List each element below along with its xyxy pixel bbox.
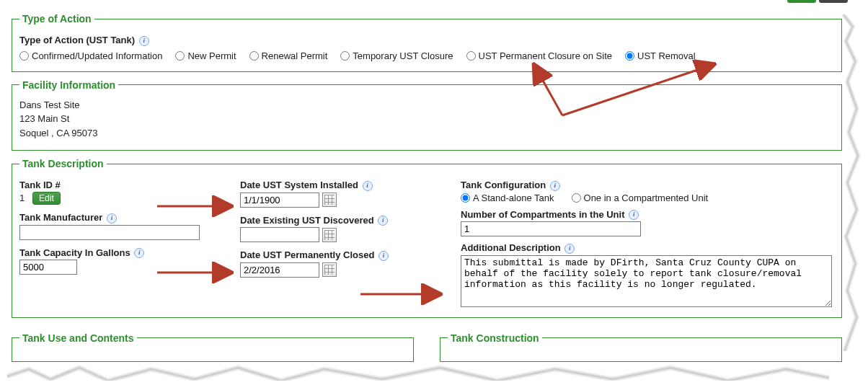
tank-use-contents-legend: Tank Use and Contents bbox=[19, 332, 137, 344]
radio-temporary-closure-input[interactable] bbox=[340, 51, 350, 61]
edit-button[interactable]: Edit bbox=[32, 192, 61, 205]
facility-street: 123 Main St bbox=[19, 112, 834, 126]
help-icon[interactable]: i bbox=[378, 251, 389, 261]
tank-construction-legend: Tank Construction bbox=[448, 332, 542, 344]
tank-capacity-input[interactable] bbox=[19, 260, 77, 275]
radio-confirmed-updated-input[interactable] bbox=[19, 51, 29, 61]
radio-ust-removal-input[interactable] bbox=[625, 51, 634, 61]
facility-name: Dans Test Site bbox=[19, 98, 834, 112]
radio-confirmed-updated[interactable]: Confirmed/Updated Information bbox=[19, 50, 162, 61]
radio-permanent-closure-input[interactable] bbox=[466, 51, 476, 61]
radio-permanent-closure[interactable]: UST Permanent Closure on Site bbox=[466, 50, 612, 61]
tank-description-section: Tank Description Tank ID # 1 Edit Tank M… bbox=[12, 158, 842, 318]
date-installed-label: Date UST System Installed i bbox=[240, 180, 435, 191]
radio-standalone-tank-input[interactable] bbox=[461, 193, 470, 203]
top-button-slivers bbox=[787, 0, 848, 3]
tank-manufacturer-input[interactable] bbox=[19, 225, 200, 240]
facility-information-legend: Facility Information bbox=[19, 79, 118, 91]
calendar-icon[interactable] bbox=[322, 192, 337, 207]
tank-capacity-label: Tank Capacity In Gallons i bbox=[19, 247, 214, 259]
torn-edge-right bbox=[841, 14, 861, 351]
radio-ust-removal[interactable]: UST Removal bbox=[625, 50, 696, 61]
date-closed-label: Date UST Permanently Closed i bbox=[240, 249, 435, 261]
facility-city-state-zip: Soquel , CA 95073 bbox=[19, 126, 834, 141]
date-closed-input[interactable] bbox=[240, 262, 319, 278]
help-icon[interactable]: i bbox=[378, 216, 388, 226]
help-icon[interactable]: i bbox=[107, 213, 117, 224]
tank-id-value: 1 bbox=[19, 192, 25, 203]
additional-description-label: Additional Description i bbox=[461, 242, 834, 254]
help-icon[interactable]: i bbox=[363, 181, 373, 191]
torn-edge-bottom bbox=[7, 363, 829, 381]
calendar-icon[interactable] bbox=[322, 228, 337, 242]
radio-temporary-closure[interactable]: Temporary UST Closure bbox=[340, 50, 453, 61]
compartment-count-label: Number of Compartments in the Unit i bbox=[461, 209, 834, 221]
help-icon[interactable]: i bbox=[139, 36, 149, 46]
calendar-icon[interactable] bbox=[322, 262, 337, 277]
tank-construction-section: Tank Construction bbox=[440, 332, 842, 362]
radio-new-permit[interactable]: New Permit bbox=[175, 50, 236, 61]
compartment-count-input[interactable] bbox=[461, 221, 641, 236]
help-icon[interactable]: i bbox=[134, 248, 144, 258]
radio-compartmented-unit-input[interactable] bbox=[572, 193, 581, 203]
top-dark-button-sliver bbox=[819, 0, 848, 3]
date-installed-input[interactable] bbox=[240, 192, 319, 208]
tank-use-contents-section: Tank Use and Contents bbox=[12, 332, 414, 362]
additional-description-textarea[interactable] bbox=[461, 255, 832, 307]
type-of-action-label: Type of Action (UST Tank) i bbox=[19, 35, 834, 46]
facility-information-section: Facility Information Dans Test Site 123 … bbox=[12, 79, 842, 151]
radio-standalone-tank[interactable]: A Stand-alone Tank bbox=[461, 192, 554, 203]
date-discovered-input[interactable] bbox=[240, 227, 319, 242]
radio-renewal-permit[interactable]: Renewal Permit bbox=[249, 50, 328, 61]
type-of-action-radio-group: Confirmed/Updated Information New Permit… bbox=[19, 50, 834, 61]
type-of-action-section: Type of Action Type of Action (UST Tank)… bbox=[12, 13, 842, 72]
help-icon[interactable]: i bbox=[629, 210, 639, 220]
radio-compartmented-unit[interactable]: One in a Compartmented Unit bbox=[572, 192, 709, 203]
type-of-action-legend: Type of Action bbox=[19, 13, 94, 25]
tank-id-label: Tank ID # bbox=[19, 180, 214, 190]
date-discovered-label: Date Existing UST Discovered i bbox=[240, 215, 435, 226]
tank-configuration-label: Tank Configuration i bbox=[461, 180, 834, 191]
help-icon[interactable]: i bbox=[550, 181, 560, 191]
help-icon[interactable]: i bbox=[564, 244, 575, 254]
top-green-button-sliver bbox=[787, 0, 816, 3]
radio-new-permit-input[interactable] bbox=[175, 51, 185, 61]
tank-manufacturer-label: Tank Manufacturer i bbox=[19, 212, 214, 224]
tank-description-legend: Tank Description bbox=[19, 158, 107, 169]
radio-renewal-permit-input[interactable] bbox=[249, 51, 259, 61]
